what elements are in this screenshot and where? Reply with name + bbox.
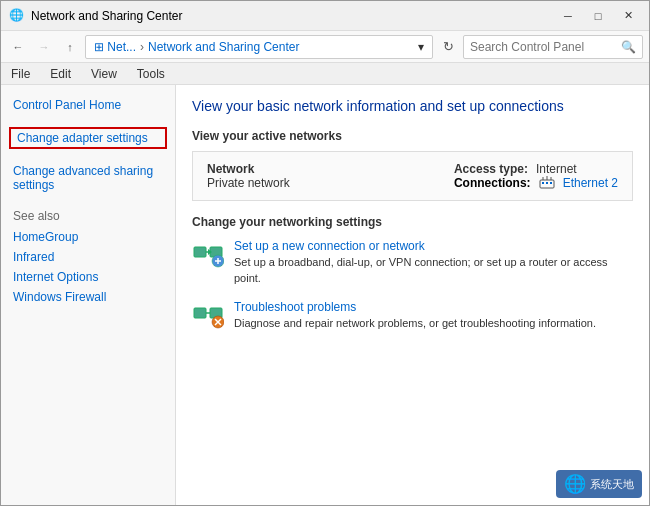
troubleshoot-icon-box xyxy=(192,300,224,332)
watermark: 🌐 系统天地 xyxy=(556,470,642,498)
sidebar-infrared[interactable]: Infrared xyxy=(1,247,175,267)
menu-tools[interactable]: Tools xyxy=(133,65,169,83)
svg-rect-3 xyxy=(550,182,552,184)
addressbar: ← → ↑ ⊞ Net... › Network and Sharing Cen… xyxy=(1,31,649,63)
address-arrow: › xyxy=(140,40,144,54)
access-type-row: Access type: Internet xyxy=(454,162,618,176)
network-name-section: Network Private network xyxy=(207,162,290,190)
main-layout: Control Panel Home Change adapter settin… xyxy=(1,85,649,506)
troubleshoot-item: Troubleshoot problems Diagnose and repai… xyxy=(192,300,633,332)
troubleshoot-desc: Diagnose and repair network problems, or… xyxy=(234,317,596,329)
troubleshoot-text: Troubleshoot problems Diagnose and repai… xyxy=(234,300,596,331)
address-net-short[interactable]: ⊞ Net... xyxy=(94,40,136,54)
connections-row: Connections: Ethernet 2 xyxy=(454,176,618,190)
troubleshoot-link[interactable]: Troubleshoot problems xyxy=(234,300,596,314)
search-box: 🔍 xyxy=(463,35,643,59)
menu-view[interactable]: View xyxy=(87,65,121,83)
troubleshoot-icon xyxy=(192,300,224,332)
new-connection-icon xyxy=(192,239,224,271)
forward-button[interactable]: → xyxy=(33,36,55,58)
menu-edit[interactable]: Edit xyxy=(46,65,75,83)
back-button[interactable]: ← xyxy=(7,36,29,58)
network-access-section: Access type: Internet Connections: xyxy=(454,162,618,190)
sidebar-homegroup[interactable]: HomeGroup xyxy=(1,227,175,247)
network-info-box: Network Private network Access type: Int… xyxy=(192,151,633,201)
menubar: File Edit View Tools xyxy=(1,63,649,85)
sidebar-change-advanced[interactable]: Change advanced sharing settings xyxy=(1,161,175,195)
change-settings-label: Change your networking settings xyxy=(192,215,633,229)
dropdown-arrow-icon[interactable]: ▾ xyxy=(418,40,424,54)
ethernet-link[interactable]: Ethernet 2 xyxy=(563,176,618,190)
menu-file[interactable]: File xyxy=(7,65,34,83)
connections-label: Connections: xyxy=(454,176,531,190)
access-type-label: Access type: xyxy=(454,162,528,176)
svg-rect-2 xyxy=(546,182,548,184)
window-icon: 🌐 xyxy=(9,8,25,24)
window-controls: ─ □ ✕ xyxy=(555,6,641,26)
new-connection-item: Set up a new connection or network Set u… xyxy=(192,239,633,286)
ethernet-icon xyxy=(539,176,555,190)
watermark-text: 系统天地 xyxy=(590,477,634,492)
new-connection-desc: Set up a broadband, dial-up, or VPN conn… xyxy=(234,256,608,283)
sidebar-change-adapter[interactable]: Change adapter settings xyxy=(9,127,167,149)
content-area: View your basic network information and … xyxy=(176,85,649,506)
new-connection-icon-box xyxy=(192,239,224,271)
new-connection-link[interactable]: Set up a new connection or network xyxy=(234,239,633,253)
svg-rect-7 xyxy=(194,247,206,257)
new-connection-text: Set up a new connection or network Set u… xyxy=(234,239,633,286)
minimize-button[interactable]: ─ xyxy=(555,6,581,26)
network-type: Private network xyxy=(207,176,290,190)
search-icon: 🔍 xyxy=(621,40,636,54)
sidebar-control-panel-home[interactable]: Control Panel Home xyxy=(1,95,175,115)
up-button[interactable]: ↑ xyxy=(59,36,81,58)
refresh-button[interactable]: ↻ xyxy=(437,36,459,58)
access-type-value: Internet xyxy=(536,162,577,176)
see-also-label: See also xyxy=(1,195,175,227)
titlebar: 🌐 Network and Sharing Center ─ □ ✕ xyxy=(1,1,649,31)
sidebar: Control Panel Home Change adapter settin… xyxy=(1,85,176,506)
svg-rect-1 xyxy=(542,182,544,184)
sidebar-windows-firewall[interactable]: Windows Firewall xyxy=(1,287,175,307)
maximize-button[interactable]: □ xyxy=(585,6,611,26)
active-networks-label: View your active networks xyxy=(192,129,633,143)
page-title: View your basic network information and … xyxy=(192,97,633,115)
address-current[interactable]: Network and Sharing Center xyxy=(148,40,299,54)
search-input[interactable] xyxy=(470,40,621,54)
network-name: Network xyxy=(207,162,290,176)
svg-rect-14 xyxy=(194,308,206,318)
window-title: Network and Sharing Center xyxy=(31,9,555,23)
close-button[interactable]: ✕ xyxy=(615,6,641,26)
sidebar-internet-options[interactable]: Internet Options xyxy=(1,267,175,287)
address-path: ⊞ Net... › Network and Sharing Center ▾ xyxy=(85,35,433,59)
